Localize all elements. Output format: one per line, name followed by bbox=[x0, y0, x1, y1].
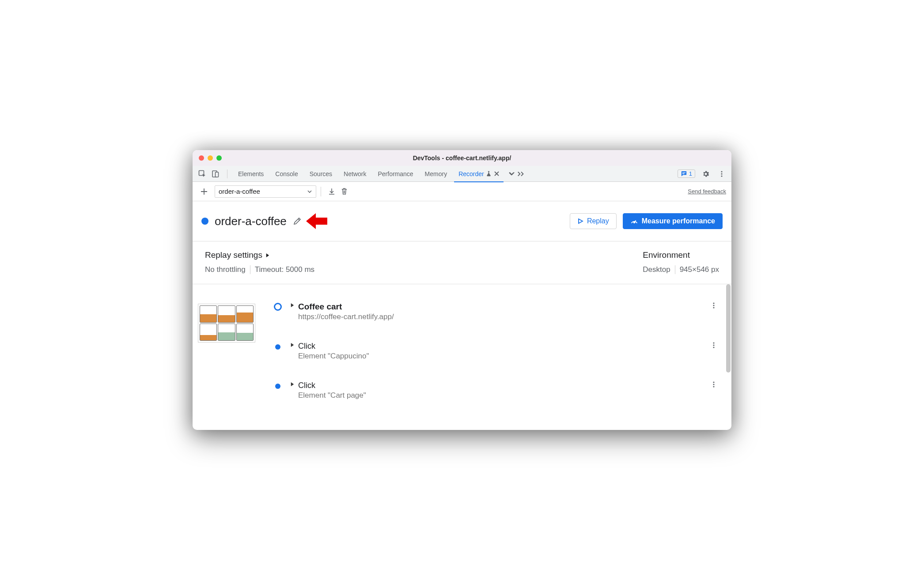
separator bbox=[321, 187, 321, 196]
timeline-node-icon bbox=[274, 303, 282, 311]
svg-rect-4 bbox=[682, 173, 685, 174]
gauge-icon bbox=[630, 217, 638, 225]
device-toolbar-icon[interactable] bbox=[210, 169, 221, 179]
measure-performance-button[interactable]: Measure performance bbox=[623, 213, 723, 229]
window-title: DevTools - coffee-cart.netlify.app/ bbox=[193, 154, 731, 162]
traffic-lights bbox=[193, 155, 222, 161]
recording-status-dot bbox=[201, 218, 208, 225]
recording-header: order-a-coffee Replay Measure performanc… bbox=[193, 201, 731, 241]
close-tab-icon[interactable] bbox=[494, 171, 499, 176]
svg-point-8 bbox=[633, 222, 635, 223]
svg-point-14 bbox=[713, 346, 714, 348]
env-device: Desktop bbox=[643, 265, 670, 274]
tab-memory[interactable]: Memory bbox=[420, 166, 452, 182]
kebab-menu-icon[interactable] bbox=[716, 169, 727, 179]
expand-step-toggle[interactable] bbox=[290, 343, 295, 347]
step-item: Click Element "Cart page" bbox=[274, 381, 721, 420]
close-window-button[interactable] bbox=[199, 155, 204, 161]
svg-point-12 bbox=[713, 342, 714, 343]
tab-recorder[interactable]: Recorder bbox=[454, 166, 504, 182]
svg-point-11 bbox=[713, 307, 714, 308]
step-menu-button[interactable] bbox=[707, 342, 721, 349]
flask-icon bbox=[486, 171, 492, 177]
window-titlebar: DevTools - coffee-cart.netlify.app/ bbox=[193, 150, 731, 166]
minimize-window-button[interactable] bbox=[208, 155, 213, 161]
step-item: Coffee cart https://coffee-cart.netlify.… bbox=[274, 302, 721, 342]
replay-settings-toggle[interactable]: Replay settings bbox=[205, 250, 314, 260]
step-menu-button[interactable] bbox=[707, 302, 721, 309]
recording-dropdown-value: order-a-coffee bbox=[219, 188, 260, 195]
recorder-toolbar: order-a-coffee Send feedback bbox=[193, 182, 731, 201]
timeline-node-icon bbox=[275, 384, 280, 389]
steps-panel: Coffee cart https://coffee-cart.netlify.… bbox=[193, 284, 731, 430]
annotation-arrow-icon bbox=[306, 212, 327, 230]
step-subtitle: Element "Cappucino" bbox=[298, 352, 707, 361]
tab-label: Performance bbox=[378, 170, 413, 177]
tab-elements[interactable]: Elements bbox=[234, 166, 268, 182]
delete-button[interactable] bbox=[338, 185, 350, 198]
step-title: Coffee cart bbox=[298, 302, 707, 312]
devtools-window: DevTools - coffee-cart.netlify.app/ Elem… bbox=[193, 150, 731, 430]
settings-gear-icon[interactable] bbox=[701, 169, 711, 179]
tab-label: Elements bbox=[238, 170, 264, 177]
scrollbar-thumb[interactable] bbox=[726, 284, 731, 373]
tab-network[interactable]: Network bbox=[339, 166, 371, 182]
play-icon bbox=[577, 218, 583, 224]
svg-point-16 bbox=[713, 384, 714, 385]
step-title: Click bbox=[298, 342, 707, 351]
svg-point-9 bbox=[713, 302, 714, 304]
tab-console[interactable]: Console bbox=[271, 166, 302, 182]
edit-title-button[interactable] bbox=[293, 217, 302, 226]
separator bbox=[250, 265, 250, 274]
separator bbox=[675, 265, 675, 274]
chat-icon bbox=[681, 170, 687, 177]
zoom-window-button[interactable] bbox=[216, 155, 222, 161]
send-feedback-link[interactable]: Send feedback bbox=[688, 188, 726, 195]
step-subtitle: https://coffee-cart.netlify.app/ bbox=[298, 313, 707, 321]
recording-dropdown[interactable]: order-a-coffee bbox=[215, 185, 316, 198]
recording-title: order-a-coffee bbox=[215, 215, 287, 228]
issues-count: 1 bbox=[689, 170, 692, 177]
svg-point-17 bbox=[713, 386, 714, 387]
replay-button[interactable]: Replay bbox=[570, 213, 617, 229]
settings-row: Replay settings No throttling Timeout: 5… bbox=[193, 241, 731, 284]
svg-point-15 bbox=[713, 381, 714, 383]
tab-label: Network bbox=[344, 170, 366, 177]
inspect-element-icon[interactable] bbox=[197, 169, 208, 179]
expand-step-toggle[interactable] bbox=[290, 303, 295, 308]
tab-performance[interactable]: Performance bbox=[373, 166, 417, 182]
expand-step-toggle[interactable] bbox=[290, 382, 295, 387]
svg-point-13 bbox=[713, 344, 714, 346]
tabstrip: Elements Console Sources Network Perform… bbox=[193, 166, 731, 182]
page-thumbnail bbox=[198, 304, 255, 343]
replay-settings-label: Replay settings bbox=[205, 250, 262, 260]
svg-point-5 bbox=[721, 171, 722, 172]
svg-point-7 bbox=[721, 175, 722, 177]
new-recording-button[interactable] bbox=[198, 185, 210, 198]
timeline: Coffee cart https://coffee-cart.netlify.… bbox=[274, 302, 721, 420]
chevron-right-icon bbox=[265, 253, 270, 258]
tab-sources[interactable]: Sources bbox=[305, 166, 337, 182]
env-viewport: 945×546 px bbox=[680, 265, 719, 274]
svg-rect-2 bbox=[216, 172, 219, 177]
export-button[interactable] bbox=[326, 185, 338, 198]
replay-label: Replay bbox=[587, 217, 609, 225]
issues-badge[interactable]: 1 bbox=[678, 169, 695, 178]
chevron-down-icon bbox=[307, 189, 312, 194]
svg-point-6 bbox=[721, 173, 722, 174]
tab-label: Console bbox=[275, 170, 298, 177]
measure-label: Measure performance bbox=[642, 217, 715, 225]
tab-label: Sources bbox=[310, 170, 332, 177]
step-subtitle: Element "Cart page" bbox=[298, 391, 707, 400]
more-tabs-icon[interactable] bbox=[506, 169, 517, 179]
timeline-node-icon bbox=[275, 344, 280, 350]
svg-point-10 bbox=[713, 305, 714, 306]
separator bbox=[227, 169, 227, 178]
environment-label: Environment bbox=[643, 250, 719, 260]
tab-label: Recorder bbox=[458, 170, 484, 177]
step-menu-button[interactable] bbox=[707, 381, 721, 388]
step-item: Click Element "Cappucino" bbox=[274, 342, 721, 381]
overflow-chevrons-icon[interactable] bbox=[516, 169, 526, 179]
svg-rect-3 bbox=[682, 173, 686, 173]
throttling-value: No throttling bbox=[205, 265, 246, 274]
